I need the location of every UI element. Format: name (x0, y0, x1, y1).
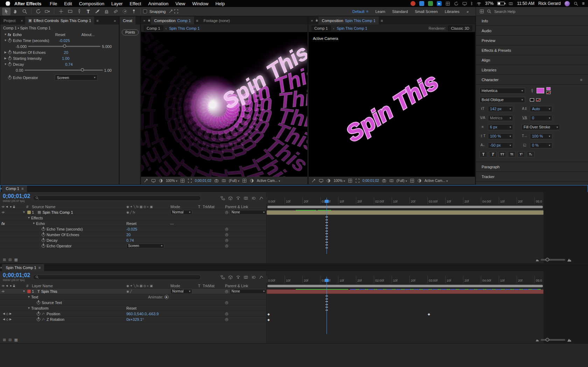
stroke-swatch-mini[interactable] (546, 91, 551, 94)
dropbox-icon[interactable] (419, 1, 424, 6)
sidebar-panel-tab[interactable]: Tracker (476, 172, 588, 182)
small-caps-button[interactable]: Tt (508, 151, 516, 157)
all-caps-button[interactable]: TT (498, 151, 506, 157)
magnification-select[interactable]: 100%▾ (166, 179, 177, 183)
apple-menu-icon[interactable] (6, 1, 10, 6)
grid-guides-icon[interactable] (180, 178, 185, 183)
expander-icon[interactable]: ▶ (3, 51, 8, 54)
hand-tool[interactable] (11, 8, 20, 15)
sidebar-panel-tab[interactable]: Align (476, 55, 588, 65)
source-text-row[interactable]: Source Text ◎ (0, 300, 266, 305)
prev-keyframe-icon[interactable]: ◀ (3, 318, 5, 321)
workspace-libraries[interactable]: Libraries (445, 9, 460, 14)
lock-icon[interactable] (315, 19, 318, 23)
layer-track-row[interactable] (267, 289, 588, 295)
creative-cloud-icon[interactable] (411, 1, 415, 6)
property-row-num-echoes[interactable]: Number Of Echoes 20 ◎ (0, 232, 266, 238)
pickwhip-icon[interactable]: ◎ (225, 227, 229, 231)
z-rotation-property-row[interactable]: ◀ ◇ ▶ Z Rotation 0x+329.1° ◎ (0, 317, 266, 322)
channels-icon[interactable] (326, 178, 331, 183)
sidebar-panel-tab[interactable]: Paragraph (476, 162, 588, 172)
orbit-camera-tool[interactable] (34, 8, 42, 15)
workspace-bar-icon[interactable] (479, 9, 484, 14)
position-value[interactable]: 960.0,540.0,-663.9 (126, 312, 159, 316)
work-area-bar[interactable] (267, 285, 543, 287)
stopwatch-icon[interactable] (37, 312, 40, 316)
stopwatch-icon[interactable] (37, 318, 40, 321)
stopwatch-icon[interactable] (42, 244, 45, 248)
expander-icon[interactable]: ▼ (3, 33, 8, 36)
column-mode[interactable]: Mode (170, 205, 180, 209)
zoom-in-mountain-icon[interactable] (567, 257, 572, 262)
stopwatch-icon[interactable] (37, 301, 40, 304)
grid-guides-icon[interactable] (348, 178, 352, 183)
stopwatch-icon[interactable] (8, 51, 12, 54)
tsume-select[interactable]: 0 %▾ (530, 142, 552, 148)
timeline-search-input[interactable] (33, 196, 201, 201)
add-keyframe-icon[interactable]: ◇ (6, 318, 8, 321)
expander-icon[interactable]: ▶ (3, 57, 8, 60)
current-timecode[interactable]: 0;00;01;02 (3, 273, 30, 278)
menu-item[interactable]: View (172, 1, 189, 6)
primary-viewer-icon[interactable] (319, 178, 323, 183)
stopwatch-icon[interactable] (8, 76, 12, 79)
next-keyframe-icon[interactable]: ▶ (9, 312, 12, 315)
property-row-decay[interactable]: Decay 0.74 ◎ (0, 238, 266, 243)
effect-reset-link[interactable]: Reset (55, 33, 65, 37)
property-label[interactable]: Decay (47, 238, 57, 242)
panel-menu-icon[interactable]: ≡ (381, 19, 383, 23)
pickwhip-icon[interactable]: ◎ (225, 311, 229, 316)
tab-create[interactable]: Creat (120, 16, 135, 24)
decay-slider[interactable] (24, 70, 103, 71)
view-layout-select[interactable]: Active Cam...▾ (425, 179, 448, 183)
effects-group-label[interactable]: Effects (31, 216, 43, 220)
source-text-label[interactable]: Source Text (42, 301, 62, 305)
position-label[interactable]: Position (47, 312, 60, 316)
close-tab-icon[interactable]: × (141, 19, 147, 23)
eye-icon[interactable] (1, 211, 5, 214)
exposure-icon[interactable] (417, 178, 422, 183)
fill-stroke-order-select[interactable]: Fill Over Stroke▾ (522, 124, 560, 130)
tracking-select[interactable]: 0▾ (530, 115, 552, 121)
slider-knob[interactable] (81, 68, 84, 71)
snap-feature-icon[interactable] (174, 9, 178, 14)
exposure-icon[interactable] (250, 178, 254, 183)
expand-transfer-controls-icon[interactable]: ⊟ (8, 338, 12, 342)
echo-effect-label[interactable]: Echo (36, 221, 45, 226)
property-row-echo-time[interactable]: Echo Time (seconds) -0.025 ◎ (0, 226, 266, 232)
group-expander-icon[interactable]: ▼ (27, 306, 31, 310)
zoom-slider-knob[interactable] (546, 338, 549, 341)
workspace-default[interactable]: Default≡ (352, 9, 369, 14)
workspace-overflow[interactable]: » (467, 9, 469, 14)
menu-item[interactable]: Composition (76, 1, 108, 6)
primary-viewer-icon[interactable] (151, 178, 156, 183)
timeline-tab-spin[interactable]: Spin This Comp 1≡ (2, 264, 44, 271)
menu-clock[interactable]: 11:50 AM (517, 1, 534, 6)
stopwatch-icon[interactable] (8, 57, 12, 60)
echo-time-value[interactable]: -0.025 (59, 38, 70, 43)
menu-item[interactable]: File (46, 1, 61, 6)
z-rotation-value[interactable]: 0x+329.1° (126, 317, 144, 322)
layer-name[interactable]: Spin This Comp 1 (42, 210, 73, 214)
layer-row[interactable]: ▼ 1 ▦ Spin This Comp 1 ◉ ╱ fx Normal▾ ◎N… (0, 210, 266, 215)
current-time-indicator-handle[interactable] (325, 279, 329, 282)
echo-reset-link[interactable]: Reset (126, 221, 136, 226)
column-layer-name[interactable]: Layer Name (32, 284, 53, 288)
faux-bold-button[interactable]: T (479, 151, 487, 157)
horizontal-scale-select[interactable]: 100 %▾ (530, 133, 552, 139)
property-label[interactable]: Echo Time (seconds) (47, 227, 83, 231)
effect-name[interactable]: Echo (13, 33, 22, 37)
motion-blur-icon[interactable] (251, 196, 256, 200)
resolution-select[interactable]: (Full)▾ (397, 179, 407, 183)
crumb-comp1[interactable]: Comp 1 (312, 26, 331, 31)
linkedin-icon[interactable]: in (437, 1, 442, 6)
stopwatch-icon[interactable] (42, 233, 45, 237)
character-panel-header[interactable]: Character ≡ (476, 75, 588, 85)
close-tab-icon[interactable]: × (309, 19, 315, 23)
timeline-zoom-navigator[interactable] (536, 257, 572, 262)
brush-tool[interactable] (93, 8, 102, 15)
hide-shy-layers-icon[interactable] (236, 196, 240, 200)
camera-tool[interactable] (43, 8, 51, 15)
layer-duration-bar[interactable] (267, 289, 544, 294)
font-size-select[interactable]: 142 px▾ (488, 106, 513, 112)
